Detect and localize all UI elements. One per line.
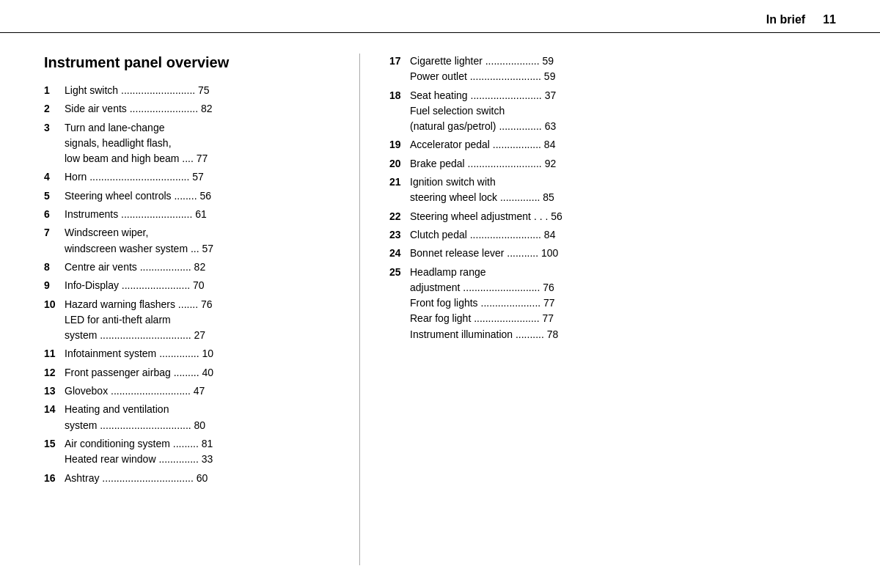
- item-line: Horn ...................................…: [65, 169, 330, 184]
- item-line: system ................................ …: [65, 328, 330, 342]
- item-line: low beam and high beam .... 77: [65, 151, 330, 166]
- list-item: 2Side air vents ........................…: [44, 101, 330, 116]
- item-line: Light switch .......................... …: [65, 83, 330, 98]
- item-content: Side air vents ........................ …: [65, 101, 330, 116]
- item-content: Info-Display ........................ 70: [65, 278, 330, 293]
- left-toc-list: 1Light switch ..........................…: [44, 83, 330, 485]
- item-content: Seat heating ......................... 3…: [410, 88, 836, 134]
- list-item: 24Bonnet release lever ........... 100: [389, 246, 836, 260]
- right-toc-list: 17Cigarette lighter ................... …: [389, 54, 836, 342]
- item-content: Glovebox ............................ 47: [65, 383, 330, 398]
- item-content: Centre air vents .................. 82: [65, 260, 330, 274]
- item-content: Ashtray ................................…: [65, 471, 330, 485]
- item-number: 14: [44, 402, 65, 416]
- right-column: 17Cigarette lighter ................... …: [367, 54, 836, 565]
- item-content: Headlamp rangeadjustment ...............…: [410, 265, 836, 342]
- page-content: Instrument panel overview 1Light switch …: [0, 33, 880, 580]
- list-item: 14Heating and ventilationsystem ........…: [44, 402, 330, 433]
- list-item: 22Steering wheel adjustment . . . 56: [389, 209, 836, 224]
- list-item: 16Ashtray ..............................…: [44, 471, 330, 485]
- list-item: 9Info-Display ........................ 7…: [44, 278, 330, 293]
- item-line: Power outlet ......................... 5…: [410, 69, 836, 84]
- item-content: Horn ...................................…: [65, 169, 330, 184]
- list-item: 19Accelerator pedal ................. 84: [389, 137, 836, 152]
- item-line: Brake pedal .......................... 9…: [410, 156, 836, 171]
- list-item: 15Air conditioning system ......... 81He…: [44, 436, 330, 467]
- item-content: Front passenger airbag ......... 40: [65, 365, 330, 380]
- item-number: 6: [44, 207, 65, 221]
- list-item: 21Ignition switch withsteering wheel loc…: [389, 174, 836, 205]
- item-line: Instrument illumination .......... 78: [410, 327, 836, 342]
- page-container: In brief 11 Instrument panel overview 1L…: [0, 0, 880, 588]
- item-line: Heated rear window .............. 33: [65, 452, 330, 466]
- item-number: 2: [44, 101, 65, 116]
- item-content: Heating and ventilationsystem ..........…: [65, 402, 330, 433]
- list-item: 4Horn ..................................…: [44, 169, 330, 184]
- item-number: 24: [389, 246, 410, 260]
- item-content: Infotainment system .............. 10: [65, 346, 330, 361]
- list-item: 13Glovebox ............................ …: [44, 383, 330, 398]
- item-line: steering wheel lock .............. 85: [410, 190, 836, 205]
- item-content: Brake pedal .......................... 9…: [410, 156, 836, 171]
- item-line: Front fog lights ..................... 7…: [410, 295, 836, 310]
- list-item: 1Light switch ..........................…: [44, 83, 330, 98]
- item-content: Air conditioning system ......... 81Heat…: [65, 436, 330, 467]
- list-item: 5Steering wheel controls ........ 56: [44, 188, 330, 203]
- item-number: 3: [44, 120, 65, 135]
- item-content: Cigarette lighter ................... 59…: [410, 54, 836, 84]
- item-line: Windscreen wiper,: [65, 225, 330, 240]
- item-content: Steering wheel adjustment . . . 56: [410, 209, 836, 224]
- item-number: 19: [389, 137, 410, 152]
- list-item: 20Brake pedal ..........................…: [389, 156, 836, 171]
- item-number: 1: [44, 83, 65, 98]
- item-line: Heating and ventilation: [65, 402, 330, 416]
- list-item: 8Centre air vents .................. 82: [44, 260, 330, 274]
- item-line: system ................................ …: [65, 418, 330, 433]
- item-content: Windscreen wiper,windscreen washer syste…: [65, 225, 330, 256]
- item-line: Fuel selection switch: [410, 103, 836, 118]
- list-item: 23Clutch pedal .........................…: [389, 227, 836, 242]
- item-content: Ignition switch withsteering wheel lock …: [410, 174, 836, 205]
- list-item: 11Infotainment system .............. 10: [44, 346, 330, 361]
- item-line: Bonnet release lever ........... 100: [410, 246, 836, 260]
- list-item: 25Headlamp rangeadjustment .............…: [389, 265, 836, 342]
- item-line: LED for anti-theft alarm: [65, 312, 330, 327]
- item-content: Bonnet release lever ........... 100: [410, 246, 836, 260]
- item-line: Rear fog light ....................... 7…: [410, 311, 836, 326]
- item-number: 23: [389, 227, 410, 242]
- item-line: Ignition switch with: [410, 174, 836, 189]
- item-line: Infotainment system .............. 10: [65, 346, 330, 361]
- item-number: 15: [44, 436, 65, 451]
- list-item: 18Seat heating .........................…: [389, 88, 836, 134]
- item-line: Hazard warning flashers ....... 76: [65, 297, 330, 312]
- item-number: 11: [44, 346, 65, 361]
- item-number: 21: [389, 174, 410, 189]
- list-item: 7Windscreen wiper,windscreen washer syst…: [44, 225, 330, 256]
- item-line: Centre air vents .................. 82: [65, 260, 330, 274]
- list-item: 12Front passenger airbag ......... 40: [44, 365, 330, 380]
- item-number: 12: [44, 365, 65, 380]
- item-number: 25: [389, 265, 410, 279]
- item-content: Steering wheel controls ........ 56: [65, 188, 330, 203]
- item-number: 20: [389, 156, 410, 171]
- section-title: Instrument panel overview: [44, 54, 330, 71]
- item-line: Steering wheel adjustment . . . 56: [410, 209, 836, 224]
- item-line: Steering wheel controls ........ 56: [65, 188, 330, 203]
- item-number: 7: [44, 225, 65, 240]
- item-number: 4: [44, 169, 65, 184]
- item-line: Turn and lane-change: [65, 120, 330, 135]
- item-line: Air conditioning system ......... 81: [65, 436, 330, 451]
- item-line: Glovebox ............................ 47: [65, 383, 330, 398]
- item-content: Hazard warning flashers ....... 76LED fo…: [65, 297, 330, 343]
- column-divider: [359, 54, 360, 565]
- item-line: Headlamp range: [410, 265, 836, 279]
- item-number: 5: [44, 188, 65, 203]
- page-header: In brief 11: [0, 0, 880, 33]
- item-content: Instruments ......................... 61: [65, 207, 330, 221]
- item-number: 10: [44, 297, 65, 312]
- left-column: Instrument panel overview 1Light switch …: [44, 54, 352, 565]
- item-number: 18: [389, 88, 410, 103]
- item-number: 8: [44, 260, 65, 274]
- item-content: Light switch .......................... …: [65, 83, 330, 98]
- item-line: Clutch pedal ......................... 8…: [410, 227, 836, 242]
